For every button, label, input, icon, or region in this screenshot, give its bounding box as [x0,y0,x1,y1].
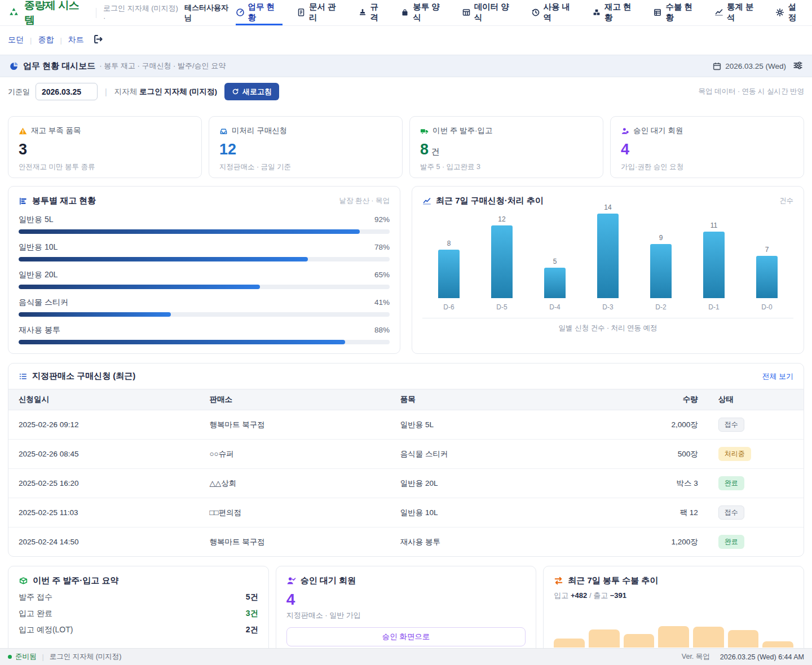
titlebar-right: 2026.03.25 (Wed) [712,60,803,72]
chart-line-icon [422,197,431,206]
inventory-bar-label: 재사용 봉투 [19,325,60,335]
table-row[interactable]: 2025-02-26 09:12행복마트 북구점 일반용 5L2,000장 접수 [8,410,804,440]
transfer-summary: 입고 +482 / 출고 −391 [554,591,793,601]
page-subtitle: · 봉투 재고 · 구매신청 · 발주/승인 요약 [99,61,226,71]
trend-columns: 8D-612D-55D-414D-39D-211D-17D-0 [422,211,793,311]
table-row[interactable]: 2025-02-26 08:45○○슈퍼 음식물 스티커500장 처리중 [8,440,804,469]
go-approval-button[interactable]: 승인 화면으로 [286,627,526,646]
status-text: 준비됨 [15,652,37,662]
gear-icon [775,8,784,17]
inventory-bar-label: 일반용 20L [19,270,58,280]
org-text: 지자체 로그인 지자체 (미지정) [114,87,217,97]
inventory-bar-track [19,229,390,234]
table-title: 지정판매소 구매신청 (최근) [32,371,135,382]
refresh-button[interactable]: 새로고침 [224,83,279,100]
trend-value: 5 [553,258,557,265]
chart-line-icon [714,8,723,17]
inventory-icon [592,8,601,17]
refresh-icon [232,88,239,95]
base-date-input[interactable] [36,83,98,100]
table-row[interactable]: 2025-02-25 16:20△△상회 일반용 20L박스 3 완료 [8,469,804,498]
nav-item-usage-history[interactable]: 사용 내역 [531,0,578,25]
card-title: 승인 대기 회원 [301,575,356,586]
trend-caption: 일별 신청 건수 · 처리 연동 예정 [422,318,793,333]
status-badge: 완료 [718,535,744,549]
status-badge: 접수 [718,418,744,432]
transfer-mini-bars [554,625,793,648]
divider: | [60,36,61,45]
user-icon [621,127,629,135]
nav-item-data-forms[interactable]: 데이터 양식 [462,0,517,25]
trend-bar [544,268,566,298]
trend-x-label: D-3 [602,303,613,311]
inventory-bar-fill [19,340,345,344]
trend-value: 14 [604,203,611,211]
recycle-icon [8,7,20,19]
trend-x-label: D-2 [655,303,666,311]
kpi-sub: 지정판매소 · 금일 기준 [219,162,392,172]
divider: | [42,653,44,661]
nav-item-inventory[interactable]: 재고 현황 [592,0,639,25]
trend-x-label: D-4 [549,303,560,311]
warning-icon [19,127,27,135]
document-icon [297,8,306,17]
app-header: 종량제 시스템 로그인 지자체 (미지정) · 테스터사용자님 업무 현황 문서… [0,0,812,26]
table-header-row: 신청일시 판매소 품목 수량 상태 [8,389,804,410]
main-content: 재고 부족 품목 3 안전재고 미만 봉투 종류 미처리 구매신청 12 지정판… [0,107,812,657]
trend-bar [703,232,725,298]
nav-item-documents[interactable]: 문서 관리 [297,0,343,25]
trend-x-label: D-1 [708,303,719,311]
table-row[interactable]: 2025-02-25 11:03□□편의점 일반용 10L팩 12 접수 [8,498,804,527]
calendar-icon [712,61,722,71]
view-link-modern[interactable]: 모던 [8,35,24,45]
panel-unit: 건수 [779,196,793,206]
transfer-mini-bar [693,627,724,648]
approval-count: 4 [286,591,526,609]
requests-table: 신청일시 판매소 품목 수량 상태 2025-02-26 09:12행복마트 북… [8,389,804,556]
ledger-icon [653,8,662,17]
trend-column: 5D-4 [528,258,581,311]
view-link-combined[interactable]: 종합 [38,35,54,45]
nav-item-bag-forms[interactable]: 봉투 양식 [400,0,447,25]
card-title: 이번 주 발주·입고 요약 [33,575,119,586]
table-row[interactable]: 2025-02-24 14:50행복마트 북구점 재사용 봉투1,200장 완료 [8,527,804,557]
trend-x-label: D-6 [443,303,454,311]
status-badge: 처리중 [718,447,751,461]
nav-item-transactions[interactable]: 수불 현황 [653,0,700,25]
trend-value: 11 [710,221,717,229]
sliders-icon [793,60,803,70]
inventory-bar-row: 재사용 봉투88% [19,325,390,344]
trend-value: 7 [765,246,769,254]
statusbar: 준비됨 | 로그인 지자체 (미지정) Ver. 목업 2026.03.25 (… [0,648,812,665]
pie-icon [9,61,19,71]
transfer-mini-bar [624,634,655,648]
view-all-link[interactable]: 전체 보기 [762,371,793,382]
nav-item-settings[interactable]: 설정 [775,0,804,25]
stamp-icon [358,8,367,17]
filter-sliders-button[interactable] [793,60,803,72]
brand-name: 종량제 시스템 [24,0,89,28]
org-value: 로그인 지자체 (미지정) [139,87,217,96]
view-link-chart[interactable]: 차트 [68,35,84,45]
nav-item-specs[interactable]: 규격 [358,0,387,25]
kpi-card-pending-members: 승인 대기 회원 4 가입·권한 승인 요청 [610,116,804,178]
main-nav: 업무 현황 문서 관리 규격 봉투 양식 데이터 양식 사용 내역 재고 현황 … [236,0,804,25]
approval-card: 승인 대기 회원 4 지정판매소 · 일반 가입 승인 화면으로 [276,566,537,657]
panel-title: 봉투별 재고 현황 [32,196,96,206]
inventory-bar-value: 41% [374,298,390,307]
approval-sub: 지정판매소 · 일반 가입 [286,610,526,620]
transfer-mini-bar [728,630,759,648]
inventory-bar-row: 일반용 20L65% [19,270,390,289]
kpi-value: 12 [219,141,392,158]
nav-item-statistics[interactable]: 통계 분석 [714,0,761,25]
package-icon [19,576,28,586]
login-user: 테스터사용자님 [184,3,236,23]
divider: | [105,87,107,96]
base-date-label: 기준일 [8,87,30,97]
trend-bar [438,250,460,298]
logout-button[interactable] [92,34,103,46]
kpi-sub: 발주 5 · 입고완료 3 [420,162,593,172]
inventory-bar-row: 일반용 10L78% [19,242,390,261]
kpi-sub: 안전재고 미만 봉투 종류 [19,162,191,172]
nav-item-dashboard[interactable]: 업무 현황 [236,0,283,25]
